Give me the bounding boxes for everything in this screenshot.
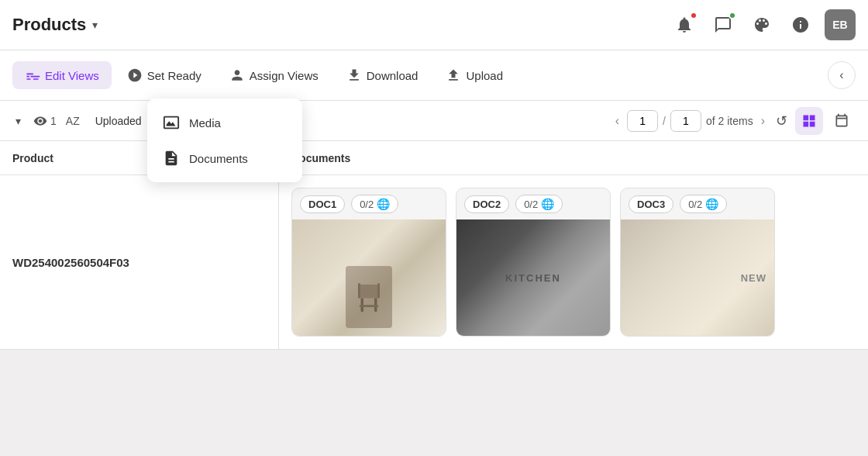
toolbar: Edit Views Set Ready Assign Views Downlo… [0, 50, 868, 101]
product-id: WD254002560504F03 [12, 256, 129, 269]
product-cell: WD254002560504F03 [0, 175, 279, 349]
doc-card-1[interactable]: DOC1 0/2 🌐 [291, 188, 446, 337]
assign-views-button[interactable]: Assign Views [217, 61, 331, 89]
chair-svg [342, 266, 396, 336]
doc1-count-text: 0/2 [360, 199, 374, 210]
filter-status-label: Uploaded [95, 115, 142, 127]
doc3-header: DOC3 0/2 🌐 [621, 188, 774, 219]
svg-rect-3 [360, 305, 379, 307]
set-ready-label: Set Ready [147, 69, 202, 82]
header-left: Products ▾ [12, 15, 98, 35]
doc2-globe-icon: 🌐 [541, 198, 554, 210]
header-right: EB [670, 9, 856, 40]
doc2-count-text: 0/2 [524, 199, 538, 210]
new-text: NEW [741, 272, 766, 284]
download-label: Download [367, 69, 418, 82]
dropdown-item-documents[interactable]: Documents [147, 140, 302, 176]
main-content: WD254002560504F03 DOC1 0/2 🌐 [0, 175, 868, 456]
chat-button[interactable] [708, 10, 738, 40]
doc2-count: 0/2 🌐 [515, 195, 563, 213]
upload-button[interactable]: Upload [433, 61, 515, 89]
edit-views-button[interactable]: Edit Views [12, 61, 112, 89]
doc2-badge: DOC2 [464, 195, 509, 213]
column-product-label: Product [12, 152, 53, 164]
bell-button[interactable] [670, 10, 699, 40]
svg-rect-0 [358, 285, 380, 299]
doc3-badge: DOC3 [629, 195, 673, 213]
doc3-count: 0/2 🌐 [680, 195, 727, 213]
pagination: ‹ / of 2 items › ↺ [612, 107, 856, 135]
dropdown-media-label: Media [189, 116, 221, 130]
bell-badge [690, 12, 698, 19]
doc1-count: 0/2 🌐 [351, 195, 398, 213]
doc-card-3[interactable]: DOC3 0/2 🌐 NEW [620, 188, 775, 337]
palette-button[interactable] [747, 10, 777, 40]
svg-rect-5 [377, 283, 380, 298]
doc1-image [292, 219, 446, 336]
filter-sort-label[interactable]: AZ [66, 115, 80, 127]
column-headers: Product Documents [0, 141, 868, 175]
app-header: Products ▾ EB [0, 0, 868, 50]
doc2-image: KITCHEN [456, 219, 610, 336]
doc-card-2[interactable]: DOC2 0/2 🌐 KITCHEN [456, 188, 611, 337]
doc1-badge: DOC1 [300, 195, 345, 213]
svg-rect-4 [358, 283, 360, 298]
view-calendar-button[interactable] [828, 107, 856, 135]
of-items-label: of 2 items [706, 115, 753, 127]
filter-chevron-icon[interactable]: ▾ [12, 112, 24, 130]
filters-row: ▾ 1 AZ Uploaded ‹ / of 2 items › ↺ [0, 101, 868, 141]
avatar[interactable]: EB [825, 9, 856, 40]
doc3-image-inner: NEW [621, 219, 774, 336]
title-chevron-icon[interactable]: ▾ [92, 19, 98, 31]
dropdown-item-media[interactable]: Media [147, 105, 302, 140]
refresh-button[interactable]: ↺ [773, 109, 790, 133]
doc1-globe-icon: 🌐 [377, 198, 390, 210]
page-current-input[interactable] [627, 110, 658, 132]
doc3-count-text: 0/2 [688, 199, 702, 210]
toolbar-collapse-button[interactable]: ‹ [828, 61, 856, 89]
view-grid-button[interactable] [795, 107, 823, 135]
doc2-image-inner: KITCHEN [456, 219, 610, 336]
doc3-image: NEW [621, 219, 774, 336]
page-next-button[interactable]: › [758, 114, 768, 128]
edit-views-dropdown: Media Documents [147, 98, 302, 182]
doc1-header: DOC1 0/2 🌐 [292, 188, 446, 219]
page-title: Products [12, 15, 86, 35]
doc1-image-inner [292, 219, 446, 336]
doc2-header: DOC2 0/2 🌐 [456, 188, 610, 219]
edit-views-label: Edit Views [45, 69, 99, 82]
table-row: WD254002560504F03 DOC1 0/2 🌐 [0, 175, 868, 350]
filter-eye: 1 [33, 114, 57, 128]
svg-rect-1 [361, 299, 364, 313]
page-separator: / [663, 115, 666, 127]
assign-views-label: Assign Views [250, 69, 319, 82]
set-ready-button[interactable]: Set Ready [115, 61, 214, 89]
page-prev-button[interactable]: ‹ [612, 114, 622, 128]
doc3-globe-icon: 🌐 [705, 198, 718, 210]
kitchen-text: KITCHEN [505, 272, 561, 284]
info-button[interactable] [786, 10, 815, 40]
chat-badge [728, 12, 736, 19]
documents-cell: DOC1 0/2 🌐 [279, 175, 868, 349]
download-button[interactable]: Download [334, 61, 431, 89]
svg-rect-2 [374, 299, 377, 313]
upload-label: Upload [466, 69, 503, 82]
dropdown-documents-label: Documents [189, 152, 248, 165]
filter-eye-count: 1 [50, 115, 57, 127]
page-total-input[interactable] [670, 110, 701, 132]
